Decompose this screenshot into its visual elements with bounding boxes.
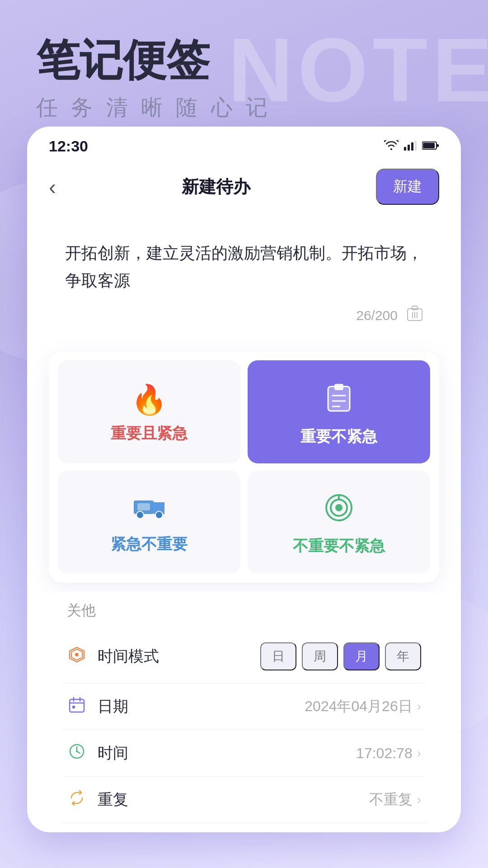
- nav-title: 新建待办: [182, 175, 250, 198]
- fire-icon: 🔥: [131, 385, 167, 414]
- repeat-label: 重复: [98, 789, 369, 810]
- svg-rect-31: [72, 706, 75, 708]
- status-time: 12:30: [49, 137, 88, 155]
- signal-icon: [404, 141, 417, 152]
- date-value: 2024年04月26日 ›: [305, 697, 421, 717]
- time-label: 时间: [98, 743, 356, 764]
- nav-bar: ‹ 新建待办 新建: [27, 160, 461, 214]
- time-mode-day[interactable]: 日: [260, 642, 296, 670]
- svg-rect-6: [437, 144, 439, 147]
- char-count: 26/200: [356, 308, 398, 323]
- header-section: 笔记便签 任 务 清 晰 随 心 记: [0, 0, 488, 140]
- editor-footer: 26/200: [65, 305, 423, 326]
- time-mode-label: 时间模式: [98, 646, 260, 667]
- app-subtitle: 任 务 清 晰 随 心 记: [36, 93, 452, 122]
- phone-mockup: 12:30: [27, 127, 461, 832]
- svg-rect-2: [411, 142, 413, 151]
- svg-point-35: [76, 750, 78, 752]
- back-button[interactable]: ‹: [49, 175, 56, 199]
- date-icon: [67, 697, 87, 717]
- priority-label-important: 重要不紧急: [300, 426, 377, 447]
- clipboard-icon: [325, 382, 352, 417]
- date-row[interactable]: 日期 2024年04月26日 ›: [62, 684, 426, 730]
- svg-rect-25: [338, 494, 340, 500]
- svg-rect-5: [423, 143, 435, 148]
- repeat-value: 不重复 ›: [369, 790, 421, 810]
- section-label: 关他: [62, 601, 426, 621]
- priority-cell-urgent-important[interactable]: 🔥 重要且紧急: [58, 360, 240, 463]
- priority-cell-urgent[interactable]: 紧急不重要: [58, 471, 240, 574]
- app-title: 笔记便签: [36, 36, 452, 84]
- priority-cell-neither[interactable]: 不重要不紧急: [248, 471, 430, 574]
- svg-rect-27: [70, 699, 84, 712]
- truck-icon: [133, 495, 165, 525]
- repeat-icon: [67, 790, 87, 810]
- status-bar: 12:30: [27, 127, 461, 160]
- time-mode-row: 时间模式 日 周 月 年: [62, 630, 426, 684]
- time-mode-year[interactable]: 年: [385, 642, 421, 670]
- time-mode-week[interactable]: 周: [302, 642, 338, 670]
- time-icon: [67, 743, 87, 764]
- svg-rect-21: [137, 503, 150, 510]
- time-value: 17:02:78 ›: [356, 745, 421, 762]
- repeat-row[interactable]: 重复 不重复 ›: [62, 777, 426, 823]
- svg-point-24: [335, 504, 343, 511]
- svg-rect-3: [415, 141, 417, 151]
- editor-content: 开拓创新，建立灵活的激励营销机制。开拓市场，争取客源: [65, 239, 423, 294]
- priority-label-urgent: 紧急不重要: [111, 534, 188, 555]
- svg-point-26: [75, 653, 79, 656]
- time-mode-month[interactable]: 月: [343, 642, 380, 670]
- bottom-section: 关他 时间模式 日 周 月 年: [49, 592, 439, 832]
- status-icons: [384, 139, 439, 153]
- date-label: 日期: [98, 696, 305, 717]
- target-icon: [324, 493, 353, 527]
- battery-icon: [422, 141, 439, 152]
- editor-area[interactable]: 开拓创新，建立灵活的激励营销机制。开拓市场，争取客源 26/200: [49, 223, 439, 342]
- svg-point-19: [136, 511, 144, 519]
- priority-label-neither: 不重要不紧急: [293, 536, 385, 557]
- svg-rect-12: [328, 387, 350, 411]
- repeat-arrow: ›: [417, 793, 421, 807]
- priority-cell-important[interactable]: 重要不紧急: [248, 360, 430, 463]
- time-mode-buttons: 日 周 月 年: [260, 642, 421, 670]
- time-arrow: ›: [417, 746, 421, 760]
- svg-rect-1: [408, 145, 410, 151]
- wifi-icon: [384, 139, 399, 153]
- time-row[interactable]: 时间 17:02:78 ›: [62, 730, 426, 777]
- delete-icon[interactable]: [407, 305, 423, 326]
- priority-grid: 🔥 重要且紧急 重要不紧急: [49, 351, 439, 583]
- svg-rect-13: [334, 384, 343, 390]
- date-arrow: ›: [417, 699, 421, 714]
- new-button[interactable]: 新建: [376, 169, 439, 205]
- svg-point-20: [155, 511, 163, 519]
- time-mode-icon: [67, 646, 87, 667]
- priority-label-urgent-important: 重要且紧急: [111, 423, 188, 444]
- svg-rect-0: [404, 147, 406, 151]
